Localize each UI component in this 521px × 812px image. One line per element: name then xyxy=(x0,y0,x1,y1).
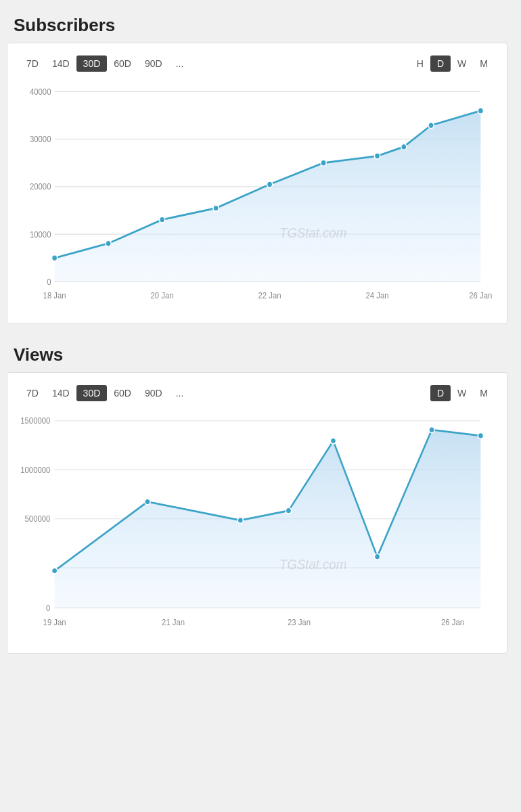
sub-gran-h[interactable]: H xyxy=(410,55,430,72)
svg-point-44 xyxy=(478,433,483,439)
view-filter-60d[interactable]: 60D xyxy=(107,385,138,401)
views-chart-area: 1500000 1000000 500000 0 xyxy=(20,413,495,644)
svg-point-18 xyxy=(401,143,407,150)
subscribers-chart-svg: 40000 30000 20000 10000 0 xyxy=(20,84,495,314)
svg-text:TGStat.com: TGStat.com xyxy=(279,558,346,572)
svg-text:20 Jan: 20 Jan xyxy=(151,291,174,301)
svg-text:19 Jan: 19 Jan xyxy=(43,617,66,626)
sub-gran-w[interactable]: W xyxy=(451,55,473,72)
svg-point-11 xyxy=(51,255,57,261)
svg-point-38 xyxy=(145,499,150,505)
subscribers-filter-row: 7D 14D 30D 60D 90D ... H D W M xyxy=(20,55,495,72)
views-chart-svg: 1500000 1000000 500000 0 xyxy=(20,413,495,644)
view-gran-m[interactable]: M xyxy=(473,385,495,401)
sub-filter-more[interactable]: ... xyxy=(169,55,191,72)
svg-point-17 xyxy=(374,153,380,159)
sub-gran-d[interactable]: D xyxy=(430,55,451,72)
view-filter-7d[interactable]: 7D xyxy=(20,385,45,401)
svg-text:1500000: 1500000 xyxy=(20,416,51,425)
subscribers-chart-area: 40000 30000 20000 10000 0 xyxy=(20,84,495,314)
svg-text:26 Jan: 26 Jan xyxy=(469,291,492,301)
svg-text:500000: 500000 xyxy=(25,514,51,523)
view-filter-30d[interactable]: 30D xyxy=(76,385,108,401)
svg-point-40 xyxy=(286,508,291,514)
svg-point-39 xyxy=(237,518,243,524)
views-card: 7D 14D 30D 60D 90D ... D W M 1500000 100… xyxy=(7,372,507,654)
svg-text:30000: 30000 xyxy=(30,135,51,145)
svg-point-12 xyxy=(106,240,111,246)
svg-text:18 Jan: 18 Jan xyxy=(43,291,66,301)
views-section: Views 7D 14D 30D 60D 90D ... D W M xyxy=(7,344,514,654)
svg-point-16 xyxy=(321,160,326,166)
svg-text:1000000: 1000000 xyxy=(20,465,51,474)
svg-point-14 xyxy=(213,205,219,211)
view-gran-w[interactable]: W xyxy=(451,385,473,401)
svg-point-19 xyxy=(428,122,434,129)
svg-point-43 xyxy=(429,427,434,433)
svg-point-13 xyxy=(159,217,164,223)
sub-filter-7d[interactable]: 7D xyxy=(20,55,45,72)
sub-filter-90d[interactable]: 90D xyxy=(138,55,169,72)
svg-text:22 Jan: 22 Jan xyxy=(258,291,281,301)
svg-text:26 Jan: 26 Jan xyxy=(441,617,464,626)
sub-gran-m[interactable]: M xyxy=(473,55,495,72)
view-filter-more[interactable]: ... xyxy=(169,385,191,401)
view-gran-d[interactable]: D xyxy=(430,385,451,401)
views-title: Views xyxy=(14,344,514,365)
views-filter-row: 7D 14D 30D 60D 90D ... D W M xyxy=(20,385,495,401)
svg-text:0: 0 xyxy=(47,277,51,287)
subscribers-title: Subscribers xyxy=(14,15,514,36)
svg-text:24 Jan: 24 Jan xyxy=(366,291,389,301)
view-filter-90d[interactable]: 90D xyxy=(138,385,169,401)
svg-text:21 Jan: 21 Jan xyxy=(162,617,185,626)
svg-point-15 xyxy=(267,181,272,187)
subscribers-card: 7D 14D 30D 60D 90D ... H D W M 40000 xyxy=(7,43,507,324)
svg-text:TGStat.com: TGStat.com xyxy=(279,225,346,240)
svg-point-20 xyxy=(478,108,483,114)
svg-text:40000: 40000 xyxy=(30,87,51,97)
view-filter-14d[interactable]: 14D xyxy=(45,385,76,401)
subscribers-section: Subscribers 7D 14D 30D 60D 90D ... H D W… xyxy=(7,15,514,324)
sub-filter-30d[interactable]: 30D xyxy=(76,55,108,72)
svg-text:10000: 10000 xyxy=(30,229,51,240)
svg-text:20000: 20000 xyxy=(30,182,51,192)
svg-point-37 xyxy=(51,568,57,574)
svg-text:0: 0 xyxy=(46,603,51,612)
sub-filter-14d[interactable]: 14D xyxy=(45,55,76,72)
svg-text:23 Jan: 23 Jan xyxy=(288,617,311,626)
svg-point-42 xyxy=(374,554,380,560)
sub-filter-60d[interactable]: 60D xyxy=(107,55,138,72)
svg-point-41 xyxy=(330,438,336,444)
